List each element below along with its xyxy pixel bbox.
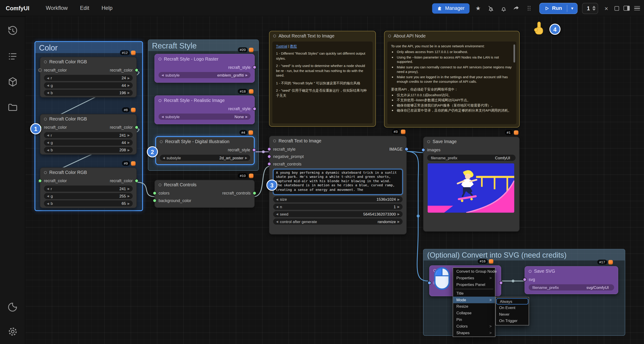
node-recraft-controls[interactable]: #10 Recraft Controls colors recraft_cont…: [154, 180, 255, 208]
input-socket[interactable]: [268, 162, 271, 165]
output-socket[interactable]: [404, 147, 408, 151]
input-socket[interactable]: [153, 199, 156, 202]
close-queue-icon[interactable]: ×: [603, 5, 610, 12]
node-header[interactable]: Recraft Color RGB: [40, 168, 136, 177]
widget-value[interactable]: svg/ComfyUI: [586, 285, 609, 290]
widget-value[interactable]: 65: [122, 201, 126, 206]
node-library-icon[interactable]: [7, 51, 18, 62]
increment-icon[interactable]: ▶: [398, 198, 400, 201]
widget-size[interactable]: ◀size1536x1024▶: [273, 196, 402, 203]
collapse-dot-icon[interactable]: [44, 60, 47, 63]
collapse-dot-icon[interactable]: [158, 99, 162, 102]
sidebar-toggle-icon[interactable]: [624, 6, 630, 11]
run-button[interactable]: Run ▾: [539, 3, 577, 14]
node-header[interactable]: Recraft Controls: [155, 180, 254, 189]
menu-item-convert-to-group-node[interactable]: Convert to Group Node: [453, 268, 495, 275]
increment-arrow-icon[interactable]: [592, 6, 596, 8]
widget-filename-prefix[interactable]: filename_prefixComfyUI: [427, 155, 516, 161]
output-socket[interactable]: [499, 281, 503, 285]
submenu-item-never[interactable]: Never: [496, 311, 529, 318]
menu-item-collapse[interactable]: Collapse: [453, 310, 495, 316]
star-icon[interactable]: ★: [474, 4, 482, 12]
output-socket[interactable]: [135, 179, 138, 183]
increment-icon[interactable]: ▶: [128, 91, 130, 94]
maximize-icon[interactable]: [614, 6, 619, 11]
decrement-icon[interactable]: ◀: [276, 220, 278, 223]
increment-icon[interactable]: ▶: [128, 187, 130, 190]
decrement-icon[interactable]: ◀: [47, 148, 49, 151]
collapse-dot-icon[interactable]: [529, 270, 532, 273]
node-save-svg[interactable]: #17 Save SVG svg filename_prefixsvg/Comf…: [525, 266, 618, 294]
manager-button[interactable]: Manager: [432, 3, 470, 14]
decrement-icon[interactable]: ◀: [47, 91, 49, 94]
widget-control-after-generate[interactable]: ◀control after generaterandomize▶: [273, 219, 402, 225]
increment-icon[interactable]: ▶: [398, 213, 400, 216]
decrement-icon[interactable]: ◀: [47, 134, 49, 137]
scrollbar-thumb[interactable]: [514, 44, 515, 62]
submenu-item-always[interactable]: Always: [496, 298, 528, 304]
hamburger-menu-icon[interactable]: [634, 6, 640, 10]
node-recraft-color-rgb-12[interactable]: #12 Recraft Color RGB recraft_color recr…: [40, 57, 137, 97]
input-socket[interactable]: [422, 148, 425, 151]
menu-item-resize[interactable]: Resize: [453, 303, 495, 310]
widget-substyle[interactable]: ◀substyle2d_art_poster▶: [160, 155, 250, 161]
output-socket[interactable]: [253, 191, 256, 195]
widget-g[interactable]: ◀g255▶: [44, 193, 133, 199]
widget-value[interactable]: 2d_art_poster: [219, 155, 244, 160]
widget-b[interactable]: ◀b196▶: [44, 90, 133, 96]
decrement-icon[interactable]: ◀: [47, 77, 49, 80]
node-about-recraft-note[interactable]: About Recraft Text to Image Tuotrial | 教…: [269, 31, 376, 127]
output-socket[interactable]: [253, 107, 256, 110]
menu-item-colors[interactable]: Colors>: [453, 323, 495, 329]
input-socket[interactable]: [38, 179, 42, 183]
widget-r[interactable]: ◀r241▶: [44, 186, 133, 192]
decrement-icon[interactable]: ◀: [161, 74, 164, 77]
run-dropdown-button[interactable]: ▾: [567, 6, 577, 11]
menu-item-mode[interactable]: Mode>: [453, 297, 495, 303]
decrement-icon[interactable]: ◀: [161, 115, 164, 118]
node-save-image[interactable]: #1 Save Image images filename_prefixComf…: [423, 137, 520, 232]
widget-value[interactable]: 241: [119, 133, 126, 137]
output-socket[interactable]: [135, 125, 138, 129]
notification-off-icon[interactable]: [487, 4, 495, 12]
node-recraft-style-digital-illustration[interactable]: #4 Recraft Style - Digital Illustration …: [155, 136, 255, 165]
widget-value[interactable]: emblem_graffiti: [217, 73, 244, 77]
batch-count-stepper[interactable]: 1: [582, 3, 598, 14]
collapse-dot-icon[interactable]: [158, 57, 162, 60]
node-recraft-color-rgb-9[interactable]: #9 Recraft Color RGB recraft_color recra…: [40, 167, 137, 208]
node-header[interactable]: About API Node: [384, 31, 519, 41]
stepper-arrows[interactable]: [592, 6, 596, 11]
collapse-dot-icon[interactable]: [44, 117, 47, 120]
settings-gear-icon[interactable]: [7, 326, 18, 337]
widget-substyle[interactable]: ◀substyleNone▶: [158, 114, 250, 120]
node-header[interactable]: Recraft Text to Image: [270, 136, 406, 145]
node-header[interactable]: Recraft Color RGB: [40, 57, 136, 66]
increment-icon[interactable]: ▶: [398, 205, 400, 208]
node-recraft-style-realistic-image[interactable]: #18 Recraft Style - Realistic Image recr…: [154, 96, 255, 124]
widget-value[interactable]: 241: [119, 186, 126, 191]
node-header[interactable]: Save SVG: [525, 267, 618, 276]
widget-value[interactable]: 24: [122, 76, 126, 80]
widget-value[interactable]: None: [234, 114, 244, 119]
submenu-item-on-trigger[interactable]: On Trigger: [496, 318, 529, 324]
increment-icon[interactable]: ▶: [398, 220, 400, 223]
increment-icon[interactable]: ▶: [128, 148, 130, 151]
node-about-api-note[interactable]: About API Node To use the API, you must …: [384, 31, 520, 127]
menu-item-properties-panel[interactable]: Properties Panel: [453, 281, 495, 288]
collapse-dot-icon[interactable]: [44, 171, 47, 174]
decrement-icon[interactable]: ◀: [163, 156, 165, 159]
widget-value[interactable]: 564541362073300: [363, 212, 396, 217]
node-header[interactable]: About Recraft Text to Image: [270, 31, 376, 41]
increment-icon[interactable]: ▶: [246, 74, 248, 77]
widget-value[interactable]: 196: [119, 91, 126, 95]
widget-value[interactable]: 1: [394, 205, 396, 209]
tutorial-link[interactable]: Tuotrial: [276, 44, 287, 48]
decrement-icon[interactable]: ◀: [47, 202, 49, 205]
decrement-icon[interactable]: ◀: [47, 84, 49, 87]
notification-icon[interactable]: [500, 4, 508, 12]
menu-item-shapes[interactable]: Shapes>: [453, 329, 495, 336]
increment-icon[interactable]: ▶: [246, 115, 248, 118]
node-recraft-style-logo-raster[interactable]: #20 Recraft Style - Logo Raster recraft_…: [154, 54, 255, 83]
node-header[interactable]: Recraft Style - Digital Illustration: [156, 137, 254, 146]
decrement-icon[interactable]: ◀: [47, 195, 49, 198]
